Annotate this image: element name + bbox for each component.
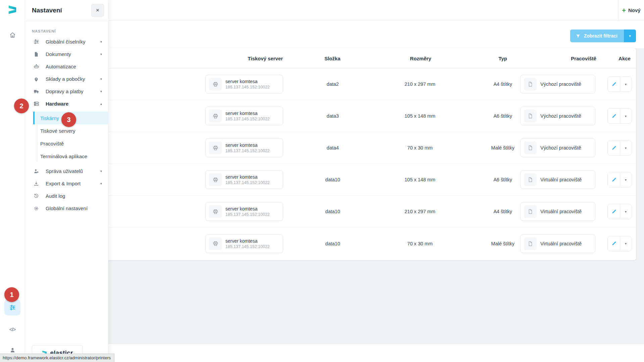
workplace-label: Výchozí pracoviště (540, 81, 581, 87)
workplace-chip[interactable]: Výchozí pracoviště (520, 138, 595, 157)
sidebar-item-dopravy-a-platby[interactable]: Dopravy a platby ▾ (25, 85, 108, 98)
column-header-dimensions: Rozměry (410, 48, 431, 68)
dimensions-cell: 210 x 297 mm (405, 81, 435, 87)
row-actions: ▾ (607, 140, 632, 156)
close-button[interactable]: × (91, 4, 104, 17)
sidebar-item-globalni-nastaveni[interactable]: Globální nastavení (25, 202, 108, 215)
printer-icon (209, 173, 222, 186)
sidebar-item-sklady-a-pobocky[interactable]: Sklady a pobočky ▾ (25, 73, 108, 85)
row-actions: ▾ (607, 236, 632, 251)
column-header-type: Typ (498, 48, 507, 68)
show-filter-button[interactable]: Zobrazit filtraci (570, 29, 624, 42)
print-server-chip[interactable]: server komtesa 185.137.145.152:10022 (205, 202, 283, 221)
chevron-down-icon: ▾ (100, 89, 102, 93)
print-server-chip[interactable]: server komtesa 185.137.145.152:10022 (205, 234, 283, 253)
top-bar: + Nový (25, 0, 644, 21)
chevron-down-icon: ▾ (625, 242, 627, 245)
pencil-icon (611, 209, 617, 215)
sidebar-subitem-pracoviste[interactable]: Pracoviště (33, 137, 108, 150)
type-cell: Malé štítky (491, 241, 514, 246)
sidebar-item-globalni-ciselniky[interactable]: Globální číselníky ▾ (25, 36, 108, 48)
sidebar-item-label: Dokumenty (46, 51, 71, 57)
folder-cell: data4 (327, 145, 339, 150)
workplace-label: Virtuální pracoviště (540, 241, 582, 246)
column-header-workplace: Pracoviště (571, 48, 596, 68)
type-cell: A6 štítky (493, 113, 512, 119)
home-button[interactable] (4, 27, 20, 43)
row-actions: ▾ (607, 108, 632, 124)
workplace-label: Výchozí pracoviště (540, 145, 581, 150)
row-menu-button[interactable]: ▾ (620, 204, 631, 219)
settings-drawer: Nastavení × NASTAVENÍ Globální číselníky… (25, 0, 108, 362)
sidebar-item-sprava-uzivatelu[interactable]: Správa uživatelů ▾ (25, 165, 108, 177)
sidebar-item-dokumenty[interactable]: Dokumenty ▾ (25, 48, 108, 60)
server-address: 185.137.145.152:10022 (225, 180, 270, 185)
print-server-chip[interactable]: server komtesa 185.137.145.152:10022 (205, 170, 283, 189)
table-row: server komtesa 185.137.145.152:10022 dat… (101, 132, 636, 164)
sidebar-subitem-label: Pracoviště (40, 141, 64, 146)
row-menu-button[interactable]: ▾ (620, 109, 631, 123)
left-rail: </> (0, 0, 25, 362)
folder-cell: data2 (327, 81, 339, 87)
sidebar-subitem-label: Terminálová aplikace (40, 154, 87, 159)
print-server-chip[interactable]: server komtesa 185.137.145.152:10022 (205, 107, 283, 125)
print-server-chip[interactable]: server komtesa 185.137.145.152:10022 (205, 75, 283, 94)
edit-button[interactable] (608, 236, 620, 251)
filter-split-button: Zobrazit filtraci ▾ (570, 29, 636, 42)
row-menu-button[interactable]: ▾ (620, 77, 631, 92)
chevron-down-icon: ▾ (100, 169, 102, 173)
app-logo-icon (7, 4, 17, 16)
folder-cell: data3 (327, 113, 339, 119)
chevron-down-icon: ▾ (625, 146, 627, 150)
step-badge-2: 2 (14, 99, 29, 113)
users-icon (33, 168, 40, 174)
row-menu-button[interactable]: ▾ (620, 140, 631, 155)
plus-icon: + (622, 7, 626, 14)
row-actions: ▾ (607, 204, 632, 219)
filter-button-label: Zobrazit filtraci (584, 33, 618, 39)
sidebar-item-hardware[interactable]: Hardware ▴ (25, 98, 108, 110)
sidebar-item-export-import[interactable]: Export & Import ▾ (25, 177, 108, 190)
new-button[interactable]: + Nový (618, 0, 644, 20)
workplace-chip[interactable]: Virtuální pracoviště (520, 202, 595, 221)
column-header-actions: Akce (619, 48, 631, 68)
dimensions-cell: 210 x 297 mm (405, 209, 435, 214)
pencil-icon (611, 81, 617, 87)
chevron-down-icon: ▾ (625, 178, 627, 182)
edit-button[interactable] (608, 172, 620, 187)
dimensions-cell: 105 x 148 mm (405, 113, 435, 119)
workplace-chip[interactable]: Virtuální pracoviště (520, 170, 595, 189)
sidebar-item-label: Export & Import (46, 181, 80, 186)
file-icon (524, 141, 537, 154)
sidebar-item-audit-log[interactable]: Audit log (25, 190, 108, 202)
rail-code-button[interactable]: </> (4, 321, 20, 337)
type-cell: A6 štítky (493, 177, 512, 182)
chevron-down-icon: ▾ (100, 182, 102, 185)
chevron-down-icon: ▾ (629, 34, 631, 38)
print-server-chip[interactable]: server komtesa 185.137.145.152:10022 (205, 138, 283, 157)
edit-button[interactable] (608, 140, 620, 155)
edit-button[interactable] (608, 77, 620, 92)
sidebar-item-label: Audit log (46, 193, 65, 199)
printers-table-card: Tiskový server Složka Rozměry Typ Pracov… (101, 48, 636, 260)
workplace-chip[interactable]: Virtuální pracoviště (520, 234, 595, 253)
file-icon (524, 78, 537, 90)
dimensions-cell: 70 x 30 mm (407, 145, 433, 150)
row-menu-button[interactable]: ▾ (620, 172, 631, 187)
workplace-chip[interactable]: Výchozí pracoviště (520, 75, 595, 94)
sidebar-subitem-terminalova-aplikace[interactable]: Terminálová aplikace (33, 150, 108, 163)
edit-button[interactable] (608, 204, 620, 219)
sidebar-item-label: Dopravy a platby (46, 88, 84, 94)
file-icon (524, 205, 537, 218)
sidebar-item-label: Sklady a pobočky (46, 76, 85, 82)
robot-icon (33, 63, 40, 70)
printer-icon (209, 237, 222, 250)
chevron-down-icon: ▾ (625, 82, 627, 86)
row-menu-button[interactable]: ▾ (620, 236, 631, 251)
workplace-chip[interactable]: Výchozí pracoviště (520, 107, 595, 125)
edit-button[interactable] (608, 109, 620, 123)
sidebar-item-automatizace[interactable]: Automatizace (25, 60, 108, 73)
server-name: server komtesa (225, 111, 270, 116)
filter-dropdown-button[interactable]: ▾ (624, 29, 636, 42)
column-header-server: Tiskový server (248, 48, 283, 68)
